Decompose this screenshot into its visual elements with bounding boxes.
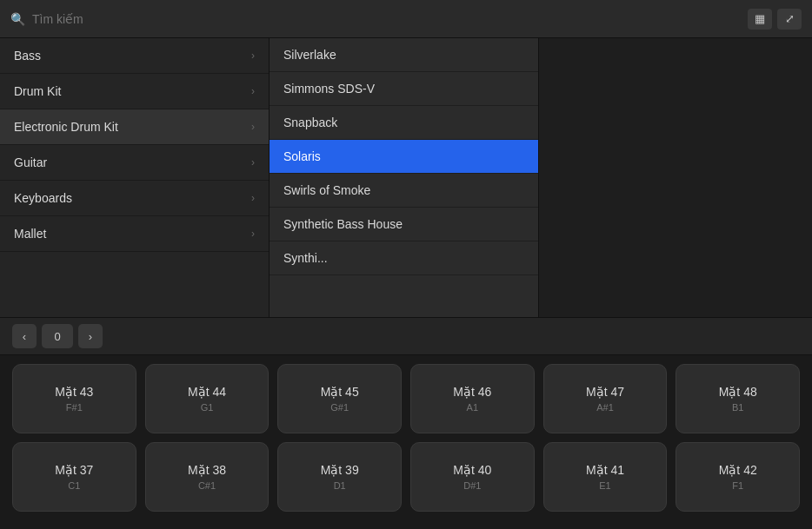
submenu-item-label: Snapback [283, 116, 337, 129]
pad-42[interactable]: Mặt 42 F1 [676, 442, 800, 512]
pagination-bar: ‹ 0 › [0, 317, 812, 355]
submenu-item-synthetic[interactable]: Synthetic Bass House [270, 208, 538, 241]
search-input[interactable] [32, 12, 741, 26]
pad-note: G#1 [330, 402, 349, 413]
search-actions: ▦ ⤢ [748, 9, 802, 30]
chevron-right-icon: › [251, 156, 255, 169]
submenu-item-label: Swirls of Smoke [283, 183, 370, 197]
sidebar-item-drum-kit[interactable]: Drum Kit › [0, 74, 269, 109]
pad-name: Mặt 45 [321, 385, 359, 399]
pad-note: A#1 [596, 402, 614, 413]
pad-name: Mặt 39 [321, 463, 359, 477]
sidebar-item-mallet[interactable]: Mallet › [0, 216, 269, 252]
pad-note: E1 [599, 480, 610, 491]
pad-40[interactable]: Mặt 40 D#1 [410, 442, 535, 512]
pad-39[interactable]: Mặt 39 D1 [277, 442, 402, 512]
pad-row-2: Mặt 37 C1 Mặt 38 C#1 Mặt 39 D1 Mặt 40 D#… [12, 442, 800, 512]
chevron-right-icon: › [251, 228, 255, 240]
right-area [539, 38, 812, 317]
pad-note: C#1 [198, 480, 216, 491]
pad-43[interactable]: Mặt 43 F#1 [12, 364, 136, 433]
lists-area: Bass › Drum Kit › Electronic Drum Kit › … [0, 38, 812, 317]
pad-note: F#1 [66, 402, 83, 413]
pad-38[interactable]: Mặt 38 C#1 [145, 442, 270, 512]
prev-page-button[interactable]: ‹ [12, 324, 37, 348]
chevron-right-icon: › [251, 85, 255, 97]
sidebar-item-bass[interactable]: Bass › [0, 38, 269, 74]
submenu-item-synthi[interactable]: Synthi... [270, 241, 538, 275]
pad-47[interactable]: Mặt 47 A#1 [543, 364, 668, 433]
submenu-item-label: Synthetic Bass House [283, 217, 403, 231]
chevron-right-icon: › [251, 50, 255, 62]
submenu-item-swirls[interactable]: Swirls of Smoke [270, 174, 538, 208]
pad-name: Mặt 37 [55, 463, 93, 477]
sidebar-item-keyboards[interactable]: Keyboards › [0, 181, 269, 216]
content-wrapper: Bass › Drum Kit › Electronic Drum Kit › … [0, 38, 812, 529]
sidebar-item-label: Guitar [14, 155, 47, 169]
pad-note: B1 [732, 402, 743, 413]
submenu-item-silverlake[interactable]: Silverlake [270, 38, 538, 72]
sidebar-item-guitar[interactable]: Guitar › [0, 145, 269, 181]
sidebar: Bass › Drum Kit › Electronic Drum Kit › … [0, 38, 270, 317]
pad-note: A1 [467, 402, 478, 413]
submenu-item-label: Silverlake [283, 48, 336, 62]
submenu-item-label: Solaris [283, 149, 321, 163]
pad-name: Mặt 42 [719, 463, 757, 477]
sidebar-item-label: Drum Kit [14, 84, 61, 98]
sidebar-item-label: Keyboards [14, 191, 72, 205]
chevron-right-icon: › [251, 121, 255, 133]
submenu-item-snapback[interactable]: Snapback [270, 106, 538, 140]
pad-name: Mặt 40 [453, 463, 491, 477]
pad-note: D1 [334, 480, 346, 491]
sidebar-item-label: Mallet [14, 227, 46, 241]
search-bar: 🔍 ▦ ⤢ [0, 0, 812, 38]
chevron-right-icon: › [251, 192, 255, 204]
pad-name: Mặt 46 [453, 385, 491, 399]
pad-name: Mặt 43 [55, 385, 93, 399]
next-page-button[interactable]: › [78, 324, 103, 348]
search-icon: 🔍 [10, 12, 25, 26]
pad-37[interactable]: Mặt 37 C1 [12, 442, 136, 512]
pad-48[interactable]: Mặt 48 B1 [676, 364, 800, 433]
sidebar-item-label: Electronic Drum Kit [14, 120, 118, 134]
pad-name: Mặt 44 [188, 385, 226, 399]
page-number: 0 [42, 324, 73, 348]
sidebar-item-electronic-drum-kit[interactable]: Electronic Drum Kit › [0, 109, 269, 145]
pad-grid-area: Mặt 43 F#1 Mặt 44 G1 Mặt 45 G#1 Mặt 46 A… [0, 355, 812, 529]
pad-name: Mặt 48 [719, 385, 757, 399]
pad-44[interactable]: Mặt 44 G1 [145, 364, 270, 433]
sidebar-item-label: Bass [14, 49, 41, 63]
submenu-item-label: Synthi... [283, 251, 328, 265]
pad-name: Mặt 38 [188, 463, 226, 477]
pad-row-1: Mặt 43 F#1 Mặt 44 G1 Mặt 45 G#1 Mặt 46 A… [12, 364, 800, 433]
pad-name: Mặt 41 [586, 463, 624, 477]
submenu: Silverlake Simmons SDS-V Snapback Solari… [270, 38, 539, 317]
submenu-item-label: Simmons SDS-V [283, 82, 375, 96]
pad-41[interactable]: Mặt 41 E1 [543, 442, 668, 512]
pad-note: G1 [201, 402, 214, 413]
submenu-item-simmons[interactable]: Simmons SDS-V [270, 72, 538, 106]
grid-view-button[interactable]: ▦ [748, 9, 772, 30]
pad-45[interactable]: Mặt 45 G#1 [277, 364, 402, 433]
collapse-button[interactable]: ⤢ [777, 9, 802, 30]
pad-note: D#1 [463, 480, 481, 491]
pad-note: C1 [68, 480, 80, 491]
pad-46[interactable]: Mặt 46 A1 [410, 364, 535, 433]
pad-name: Mặt 47 [586, 385, 624, 399]
pad-note: F1 [732, 480, 743, 491]
submenu-item-solaris[interactable]: Solaris [270, 140, 538, 174]
